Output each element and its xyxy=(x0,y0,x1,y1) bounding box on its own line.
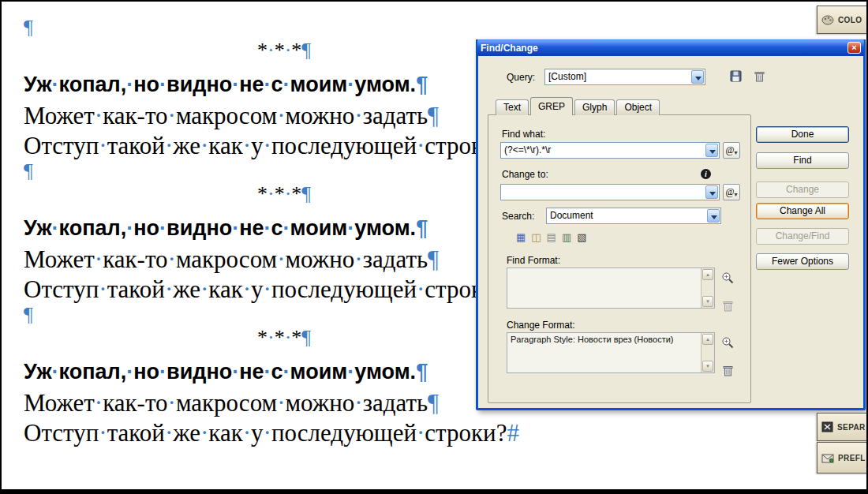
query-label: Query: xyxy=(507,71,535,84)
color-panel-label: COLO xyxy=(838,16,862,24)
pilcrow-mark: ¶ xyxy=(301,182,311,205)
pilcrow-mark: ¶ xyxy=(416,216,428,240)
preflight-panel-label: PREFL xyxy=(838,454,866,462)
include-hidden-layers-icon[interactable]: ▤ xyxy=(547,232,556,243)
pilcrow-mark: ¶ xyxy=(24,303,33,326)
preflight-panel-tab[interactable]: PREFL xyxy=(817,442,868,473)
color-panel-tab[interactable]: COLO xyxy=(817,6,868,34)
find-what-input[interactable]: (?<=\*\r).*\r xyxy=(500,142,720,159)
doc-line: ¶ xyxy=(24,17,623,38)
done-button[interactable]: Done xyxy=(756,126,849,143)
dialog-titlebar[interactable]: Find/Change × xyxy=(477,39,864,56)
change-format-label: Change Format: xyxy=(507,319,575,331)
doc-text: *·*·* xyxy=(257,182,301,205)
include-master-pages-icon[interactable]: ▥ xyxy=(562,232,571,243)
dialog-title: Find/Change xyxy=(481,43,538,54)
magnifier-plus-icon xyxy=(721,271,734,284)
pilcrow-mark: ¶ xyxy=(416,73,428,96)
change-button[interactable]: Change xyxy=(756,182,849,198)
query-value: [Custom] xyxy=(548,71,586,82)
delete-query-button[interactable] xyxy=(751,69,767,84)
change-find-button[interactable]: Change/Find xyxy=(756,228,849,245)
dropdown-arrow-icon[interactable] xyxy=(705,144,718,157)
find-format-scrollbar[interactable]: ▲ ▼ xyxy=(701,268,714,308)
search-label: Search: xyxy=(502,210,534,223)
doc-text: *·*·* xyxy=(257,326,301,349)
search-scope-dropdown[interactable]: Document xyxy=(546,208,721,224)
separations-panel-tab[interactable]: SEPAR xyxy=(817,413,868,441)
separations-panel-label: SEPAR xyxy=(837,423,866,432)
include-locked-stories-icon[interactable]: ◫ xyxy=(531,232,541,243)
floppy-disk-icon xyxy=(730,70,742,82)
change-format-scrollbar[interactable]: ▲ ▼ xyxy=(701,333,714,372)
doc-text: Уж·копал,·но·видно·не·с·моим·умом. xyxy=(24,73,416,96)
clear-change-attributes-button[interactable] xyxy=(720,363,735,378)
tab-glyph[interactable]: Glyph xyxy=(574,99,615,115)
doc-text: Уж·копал,·но·видно·не·с·моим·умом. xyxy=(24,360,416,384)
change-format-box[interactable]: Paragraph Style: Новости врез (Новости) … xyxy=(507,332,715,373)
change-to-input[interactable] xyxy=(500,184,720,200)
pilcrow-mark: ¶ xyxy=(301,326,311,349)
find-format-box[interactable]: ▲ ▼ xyxy=(507,268,715,309)
find-what-value: (?<=\*\r).*\r xyxy=(504,144,551,155)
separations-panel-icon xyxy=(821,421,833,432)
pilcrow-mark: ¶ xyxy=(416,360,428,384)
find-special-characters-button[interactable]: @▾ xyxy=(723,142,740,159)
pilcrow-mark: ¶ xyxy=(428,102,439,129)
preflight-panel-icon xyxy=(821,453,834,463)
doc-text: *·*·* xyxy=(257,39,301,62)
application-canvas: ¶ *·*·*¶ Уж·копал,·но·видно·не·с·моим·ум… xyxy=(0,0,868,494)
dropdown-arrow-icon[interactable] xyxy=(691,70,704,84)
info-icon[interactable]: i xyxy=(701,169,711,179)
doc-text: Может·как-то·макросом·можно·задать xyxy=(24,389,428,417)
pilcrow-mark: ¶ xyxy=(24,16,33,39)
scroll-down-icon[interactable]: ▼ xyxy=(702,361,713,372)
search-scope-toggles: ▦ ◫ ▤ ▥ ▧ xyxy=(516,232,586,243)
scroll-down-icon[interactable]: ▼ xyxy=(702,296,713,307)
pilcrow-mark: ¶ xyxy=(24,159,33,182)
search-scope-value: Document xyxy=(550,210,593,221)
trash-icon xyxy=(754,70,765,82)
clear-find-attributes-button[interactable] xyxy=(720,298,735,313)
dialog-tabs: Text GREP Glyph Object xyxy=(496,97,661,115)
doc-text: Уж·копал,·но·видно·не·с·моим·умом. xyxy=(24,216,416,240)
scroll-up-icon[interactable]: ▲ xyxy=(702,334,713,345)
end-of-story-mark: # xyxy=(507,419,519,447)
doc-line: Отступ·такой·же·как·у·последующей·строки… xyxy=(24,418,623,448)
trash-icon xyxy=(723,365,733,376)
tab-text[interactable]: Text xyxy=(496,99,529,115)
find-change-dialog: Find/Change × Query: [Custom] Text GREP … xyxy=(476,39,866,410)
fewer-options-button[interactable]: Fewer Options xyxy=(756,253,849,270)
doc-text: Может·как-то·макросом·можно·задать xyxy=(24,245,428,273)
scroll-up-icon[interactable]: ▲ xyxy=(702,269,713,280)
dropdown-arrow-icon[interactable] xyxy=(705,185,718,199)
save-query-button[interactable] xyxy=(728,69,743,84)
tab-grep[interactable]: GREP xyxy=(530,97,573,115)
doc-text: Может·как-то·макросом·можно·задать xyxy=(24,102,428,129)
change-format-value: Paragraph Style: Новости врез (Новости) xyxy=(511,335,698,345)
include-footnotes-icon[interactable]: ▧ xyxy=(577,232,586,243)
trash-icon xyxy=(723,300,733,312)
change-all-button[interactable]: Change All xyxy=(756,203,849,219)
pilcrow-mark: ¶ xyxy=(428,389,439,417)
pilcrow-mark: ¶ xyxy=(301,39,311,62)
color-panel-icon xyxy=(821,15,834,25)
change-to-label: Change to: xyxy=(502,168,548,181)
specify-find-attributes-button[interactable] xyxy=(720,270,735,285)
query-dropdown[interactable]: [Custom] xyxy=(544,69,705,85)
find-button[interactable]: Find xyxy=(756,152,849,169)
change-special-characters-button[interactable]: @▾ xyxy=(723,184,740,200)
doc-text: Отступ·такой·же·как·у·последующей·строки… xyxy=(24,132,507,159)
find-format-label: Find Format: xyxy=(507,254,560,267)
dropdown-arrow-icon[interactable] xyxy=(707,209,720,223)
doc-text: Отступ·такой·же·как·у·последующей·строки… xyxy=(24,419,507,447)
find-what-label: Find what: xyxy=(502,128,545,140)
doc-text: Отступ·такой·же·как·у·последующей·строки… xyxy=(24,275,507,303)
tab-object[interactable]: Object xyxy=(616,99,660,115)
close-icon[interactable]: × xyxy=(847,42,861,54)
specify-change-attributes-button[interactable] xyxy=(720,335,735,350)
magnifier-plus-icon xyxy=(721,336,734,349)
include-locked-layers-icon[interactable]: ▦ xyxy=(516,232,526,243)
pilcrow-mark: ¶ xyxy=(428,245,439,273)
